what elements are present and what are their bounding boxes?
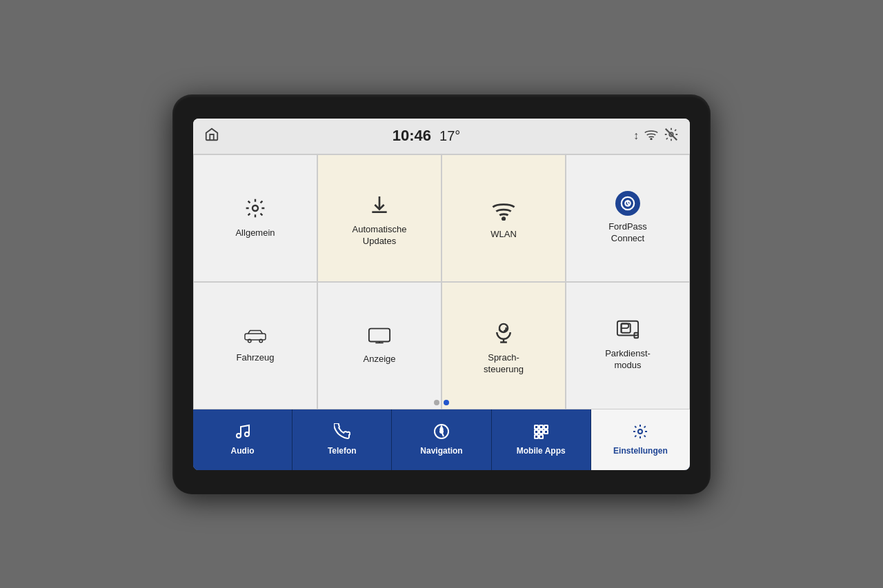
anzeige-button[interactable]: Anzeige (317, 282, 442, 409)
svg-rect-21 (544, 425, 548, 429)
settings-crossed-icon (664, 127, 679, 145)
display-icon (368, 326, 391, 348)
fordpass-button[interactable]: FordPass Connect (566, 154, 690, 282)
wlan-label: WLAN (490, 229, 517, 241)
wifi-status-icon (644, 129, 658, 143)
svg-rect-6 (245, 334, 266, 340)
nav-audio[interactable]: Audio (193, 409, 292, 470)
bottom-navigation: Audio Telefon (193, 409, 690, 470)
svg-rect-25 (535, 435, 538, 438)
dot-1[interactable] (434, 400, 439, 405)
automatische-updates-label: Automatische Updates (353, 224, 407, 247)
nav-mobile-apps[interactable]: Mobile Apps (492, 409, 591, 470)
nav-navigation[interactable]: Navigation (392, 409, 491, 470)
telefon-label: Telefon (328, 446, 357, 456)
svg-point-4 (502, 217, 504, 219)
allgemein-label: Allgemein (235, 227, 275, 239)
compass-icon (433, 423, 450, 443)
parking-icon (616, 319, 639, 343)
parkdienstmodus-label: Parkdienst- modus (605, 348, 651, 372)
audio-label: Audio (231, 446, 255, 456)
home-icon[interactable] (204, 127, 219, 145)
svg-rect-24 (544, 430, 548, 434)
grid-apps-icon (533, 423, 549, 443)
einstellungen-label: Einstellungen (613, 446, 668, 456)
svg-rect-9 (369, 328, 390, 341)
allgemein-button[interactable]: Allgemein (193, 154, 317, 282)
nav-einstellungen[interactable]: Einstellungen (591, 409, 690, 470)
svg-point-7 (248, 339, 252, 343)
car-icon (243, 327, 268, 347)
settings-grid: Allgemein Automatische Updates (193, 154, 690, 409)
fahrzeug-button[interactable]: Fahrzeug (193, 282, 317, 409)
fahrzeug-label: Fahrzeug (237, 352, 275, 364)
svg-point-0 (651, 139, 652, 140)
music-note-icon (235, 423, 251, 443)
navigation-label: Navigation (420, 446, 462, 456)
svg-rect-22 (535, 430, 538, 434)
svg-point-3 (252, 205, 258, 211)
svg-point-15 (245, 432, 249, 436)
temperature: 17° (439, 128, 460, 144)
sprachsteuerung-label: Sprach- steuerung (484, 352, 524, 376)
einstellungen-gear-icon (632, 423, 648, 443)
status-icons: ↕ (633, 127, 679, 145)
svg-point-14 (237, 434, 241, 438)
phone-icon (334, 423, 350, 443)
fordpass-icon (615, 191, 640, 216)
wlan-button[interactable]: WLAN (442, 154, 566, 282)
nav-telefon[interactable]: Telefon (292, 409, 392, 470)
svg-rect-20 (539, 425, 543, 429)
fordpass-label: FordPass Connect (608, 221, 647, 245)
svg-rect-23 (539, 430, 543, 434)
settings-gear-icon (244, 197, 266, 222)
svg-point-27 (638, 429, 642, 434)
sprachsteuerung-button[interactable]: Sprach- steuerung (442, 282, 566, 409)
voice-icon (493, 321, 515, 347)
dot-2[interactable] (444, 400, 449, 405)
infotainment-screen: 10:46 17° ↕ (193, 119, 690, 470)
clock: 10:46 (393, 127, 431, 145)
svg-rect-19 (535, 425, 538, 429)
parkdienstmodus-button[interactable]: Parkdienst- modus (566, 282, 690, 409)
download-icon (368, 194, 390, 219)
svg-point-8 (259, 339, 263, 343)
mobile-apps-label: Mobile Apps (517, 446, 566, 456)
car-surround: 10:46 17° ↕ (172, 94, 711, 494)
status-bar: 10:46 17° ↕ (193, 119, 690, 154)
status-center: 10:46 17° (219, 127, 633, 145)
automatische-updates-button[interactable]: Automatische Updates (317, 154, 442, 282)
svg-rect-26 (539, 435, 543, 438)
wifi-icon (492, 201, 515, 223)
anzeige-label: Anzeige (364, 354, 396, 365)
arrows-icon: ↕ (633, 130, 639, 142)
pagination-dots (434, 400, 449, 405)
